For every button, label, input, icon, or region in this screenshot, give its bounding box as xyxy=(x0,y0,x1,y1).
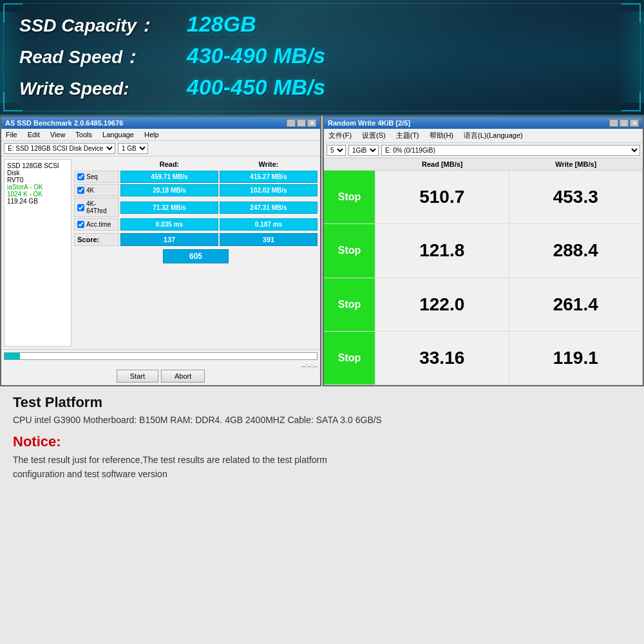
minimize-button[interactable]: _ xyxy=(287,119,296,127)
results-panel: Read: Write: Seq 459.71 MB/s 415.27 MB/s xyxy=(74,159,317,346)
rw-titlebar: Random Write 4KiB [2/5] _ □ ✕ xyxy=(324,117,643,129)
rw-size-select[interactable]: 1GiB xyxy=(348,145,379,156)
list-item: Stop 510.7 453.3 xyxy=(324,171,643,224)
as-ssd-toolbar: E: SSD 128GB SCSI Disk Device 1 GB xyxy=(1,141,320,156)
rw-menubar: 文件(F) 设置(S) 主题(T) 帮助(H) 语言(L)(Language) xyxy=(324,129,643,143)
notice-text-line2: configuration and test software version xyxy=(13,467,631,481)
as-ssd-titlebar: AS SSD Benchmark 2.0.6485.19676 _ □ ✕ xyxy=(1,117,320,129)
read-speed-label: Read Speed： xyxy=(19,45,187,70)
rw-read-val-2: 122.0 xyxy=(375,278,509,331)
test-platform-title: Test Platform xyxy=(13,394,631,411)
abort-button[interactable]: Abort xyxy=(161,370,205,383)
main-container: SSD Capacity： 128GB Read Speed： 430-490 … xyxy=(0,0,644,644)
rw-write-val-1: 288.4 xyxy=(509,224,643,277)
disk-info-line3: iaStorA - OK xyxy=(7,184,68,191)
list-item: Stop 122.0 261.4 xyxy=(324,278,643,332)
menu-edit[interactable]: Edit xyxy=(26,130,42,139)
rw-stop-button-1[interactable]: Stop xyxy=(324,224,375,277)
capacity-line: SSD Capacity： 128GB xyxy=(19,12,625,38)
read-speed-line: Read Speed： 430-490 MB/s xyxy=(19,43,625,70)
menu-tools[interactable]: Tools xyxy=(73,130,94,139)
results-header: Read: Write: xyxy=(74,159,317,169)
size-select[interactable]: 1 GB xyxy=(118,143,148,154)
read-header: Read: xyxy=(120,159,218,169)
specs-section: SSD Capacity： 128GB Read Speed： 430-490 … xyxy=(0,0,644,116)
menu-help[interactable]: Help xyxy=(142,130,161,139)
rw-minimize-button[interactable]: _ xyxy=(609,119,618,127)
rw-stop-button-0[interactable]: Stop xyxy=(324,171,375,223)
rw-menu-file[interactable]: 文件(F) xyxy=(327,130,354,141)
rw-drive-select[interactable]: E: 0% (0/119GiB) xyxy=(381,145,640,156)
time-display: --:--:-- xyxy=(4,363,317,370)
checkbox-acctime[interactable] xyxy=(77,221,84,228)
random-write-panel: Random Write 4KiB [2/5] _ □ ✕ 文件(F) 设置(S… xyxy=(323,116,644,386)
rw-close-button[interactable]: ✕ xyxy=(630,119,639,127)
total-score-row: 605 xyxy=(74,249,317,263)
acctime-write: 0.187 ms xyxy=(220,218,317,231)
checkbox-4k64[interactable] xyxy=(77,204,84,211)
as-ssd-panel: AS SSD Benchmark 2.0.6485.19676 _ □ ✕ Fi… xyxy=(0,116,321,386)
rw-stop-button-2[interactable]: Stop xyxy=(324,278,375,331)
rw-read-val-1: 121.8 xyxy=(375,224,509,277)
menu-view[interactable]: View xyxy=(48,130,68,139)
menu-language[interactable]: Language xyxy=(100,130,136,139)
side-deco-left xyxy=(0,12,26,103)
rw-title: Random Write 4KiB [2/5] xyxy=(328,119,410,127)
disk-info-line5: 119.24 GB xyxy=(7,198,68,205)
disk-info-line2: RVT0 xyxy=(7,176,68,184)
as-ssd-title: AS SSD Benchmark 2.0.6485.19676 xyxy=(5,119,123,127)
write-header: Write: xyxy=(220,159,317,169)
checkbox-seq[interactable] xyxy=(77,173,84,180)
test-platform-info: CPU intel G3900 Motherboard: B150M RAM: … xyxy=(13,413,631,427)
rw-menu-help[interactable]: 帮助(H) xyxy=(428,130,455,141)
rw-read-val-3: 33.16 xyxy=(375,332,509,384)
seq-read: 459.71 MB/s xyxy=(120,171,218,183)
score-label: Score: xyxy=(74,233,119,246)
4k-write: 102.02 MB/s xyxy=(220,184,317,196)
checkbox-4k[interactable] xyxy=(77,187,84,194)
notice-title: Notice: xyxy=(13,433,631,450)
rw-menu-settings[interactable]: 设置(S) xyxy=(360,130,388,141)
score-write: 391 xyxy=(220,233,317,246)
rw-window-controls: _ □ ✕ xyxy=(609,119,639,127)
write-speed-line: Write Speed: 400-450 MB/s xyxy=(19,75,625,100)
as-ssd-content: SSD 128GB SCSI Disk RVT0 iaStorA - OK 10… xyxy=(1,156,320,349)
total-score: 605 xyxy=(163,249,229,263)
close-button[interactable]: ✕ xyxy=(307,119,316,127)
table-row: 4K 20.18 MB/s 102.02 MB/s xyxy=(74,184,317,196)
score-row: Score: 137 391 xyxy=(74,233,317,246)
rw-count-select[interactable]: 5 xyxy=(327,145,346,156)
rw-write-col-header: Write [MB/s] xyxy=(509,158,643,170)
score-read: 137 xyxy=(120,233,218,246)
bottom-buttons: Start Abort xyxy=(4,370,317,383)
progress-fill xyxy=(5,353,20,359)
maximize-button[interactable]: □ xyxy=(297,119,306,127)
rw-menu-language[interactable]: 语言(L)(Language) xyxy=(462,130,525,141)
capacity-value: 128GB xyxy=(187,12,256,37)
4k64-write: 247.31 MB/s xyxy=(220,202,317,214)
seq-write: 415.27 MB/s xyxy=(220,171,317,183)
start-button[interactable]: Start xyxy=(117,370,158,383)
4k64-read: 71.32 MB/s xyxy=(120,202,218,214)
rw-write-val-3: 119.1 xyxy=(509,332,643,384)
acctime-read: 0.035 ms xyxy=(120,218,218,231)
list-item: Stop 121.8 288.4 xyxy=(324,224,643,278)
as-ssd-window-controls: _ □ ✕ xyxy=(287,119,316,127)
disk-select[interactable]: E: SSD 128GB SCSI Disk Device xyxy=(4,143,115,154)
row-label-acctime: Acc.time xyxy=(74,218,119,231)
rw-read-col-header: Read [MB/s] xyxy=(375,158,509,170)
table-row: Acc.time 0.035 ms 0.187 ms xyxy=(74,218,317,231)
disk-info-line1: SSD 128GB SCSI Disk xyxy=(7,162,68,176)
rw-stop-button-3[interactable]: Stop xyxy=(324,332,375,384)
as-ssd-bottom: --:--:-- Start Abort xyxy=(1,349,320,385)
benchmarks-section: AS SSD Benchmark 2.0.6485.19676 _ □ ✕ Fi… xyxy=(0,116,644,386)
menu-file[interactable]: File xyxy=(4,130,19,139)
as-ssd-menubar: File Edit View Tools Language Help xyxy=(1,129,320,141)
row-label-4k64: 4K-64Thrd xyxy=(74,198,119,217)
rw-read-val-0: 510.7 xyxy=(375,171,509,223)
bottom-section: Test Platform CPU intel G3900 Motherboar… xyxy=(0,386,644,644)
capacity-label: SSD Capacity： xyxy=(19,14,187,38)
rw-menu-theme[interactable]: 主题(T) xyxy=(394,130,421,141)
rw-maximize-button[interactable]: □ xyxy=(620,119,629,127)
side-deco-right xyxy=(618,12,644,103)
